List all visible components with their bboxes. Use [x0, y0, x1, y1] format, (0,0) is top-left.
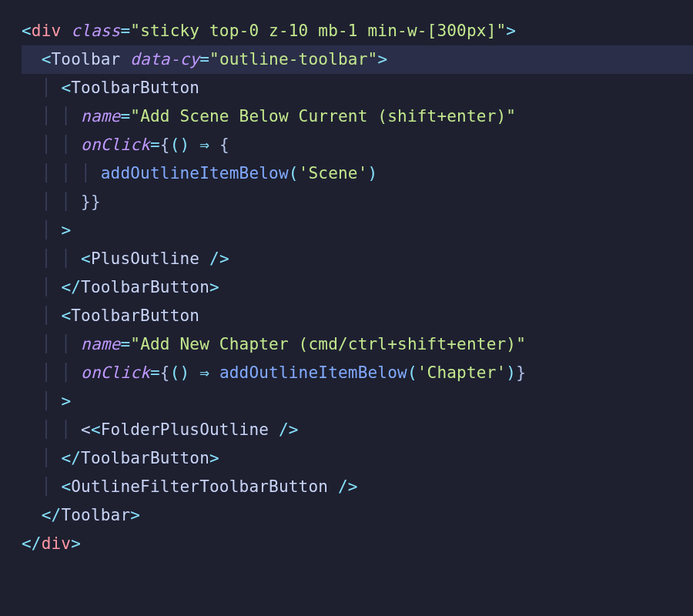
attr-value: sticky top-0 z-10 mb-1 min-w-[300px] [140, 22, 496, 40]
component-name: ToolbarButton [81, 449, 209, 467]
component-name: PlusOutline [91, 249, 199, 268]
code-line: │ <OutlineFilterToolbarButton /> [22, 473, 693, 501]
string-arg: Chapter [427, 363, 497, 382]
code-line: │ │ }} [22, 188, 693, 216]
code-line: │ │ onClick={() ⇒ addOutlineItemBelow('C… [22, 359, 693, 387]
attr-name: onClick [81, 136, 150, 154]
code-line: </div> [22, 530, 693, 558]
function-call: addOutlineItemBelow [219, 363, 407, 382]
code-line: │ > [22, 216, 693, 245]
tag-name: div [42, 534, 72, 553]
attr-name: onClick [81, 363, 150, 382]
attr-value: Add New Chapter (cmd/ctrl+shift+enter) [140, 335, 516, 353]
code-block[interactable]: <div class="sticky top-0 z-10 mb-1 min-w… [22, 17, 693, 558]
code-line: │ │ │ addOutlineItemBelow('Scene') [22, 159, 693, 188]
component-name: Toolbar [52, 50, 121, 69]
attr-value: outline-toolbar [219, 50, 368, 69]
arrow-icon: ⇒ [199, 363, 209, 382]
component-name: OutlineFilterToolbarButton [71, 477, 328, 496]
tag-name: div [32, 22, 62, 40]
code-line: │ │ name="Add New Chapter (cmd/ctrl+shif… [22, 330, 693, 359]
arrow-icon: ⇒ [199, 136, 209, 154]
code-line: </Toolbar> [22, 501, 693, 530]
attr-name: name [81, 335, 120, 353]
component-name: FolderPlusOutline [101, 420, 269, 439]
code-line-highlighted: <Toolbar data-cy="outline-toolbar"> [22, 45, 693, 74]
angle-open: < [22, 22, 32, 40]
attr-name: class [71, 22, 120, 40]
attr-value: Add Scene Below Current (shift+enter) [140, 107, 506, 126]
component-name: Toolbar [61, 506, 130, 524]
code-line: │ │ <<<FolderPlusOutline /> [22, 416, 693, 444]
code-line: │ </ToolbarButton> [22, 273, 693, 302]
function-call: addOutlineItemBelow [101, 164, 289, 182]
string-arg: Scene [308, 164, 357, 182]
code-line: │ │ name="Add Scene Below Current (shift… [22, 102, 693, 131]
code-line: │ │ onClick={() ⇒ { [22, 131, 693, 159]
code-line: │ <ToolbarButton [22, 302, 693, 330]
component-name: ToolbarButton [81, 278, 209, 296]
code-line: │ <ToolbarButton [22, 74, 693, 102]
component-name: ToolbarButton [71, 79, 199, 97]
code-line: │ </ToolbarButton> [22, 444, 693, 473]
angle-close: > [506, 22, 516, 40]
attr-name: name [81, 107, 120, 126]
component-name: ToolbarButton [71, 306, 199, 325]
code-line: │ │ <PlusOutline /> [22, 245, 693, 273]
code-line: <div class="sticky top-0 z-10 mb-1 min-w… [22, 17, 693, 45]
code-line: │ > [22, 387, 693, 416]
attr-name: data-cy [130, 50, 199, 69]
